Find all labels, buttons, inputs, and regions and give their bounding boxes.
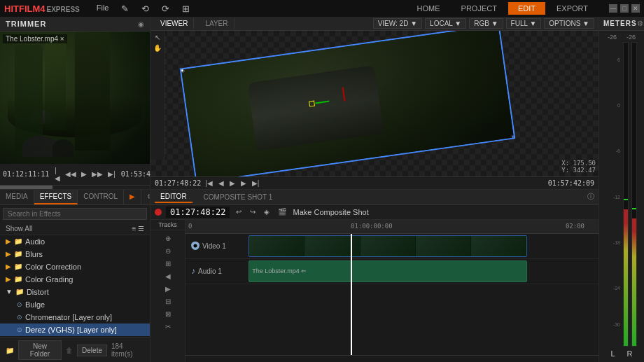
composite-label[interactable]: Make Composite Shot: [293, 208, 368, 216]
meter-l-label: L: [610, 349, 615, 358]
folder-icon: ▶: [6, 237, 11, 245]
editor-toolbar: 01:27:48:22 ↩ ↪ ◈ 🎬 Make Composite Shot: [150, 205, 598, 220]
effect-derez-label: Derez (VGHS) [Layer only]: [25, 326, 117, 334]
tab-media[interactable]: MEDIA: [0, 190, 34, 204]
x-coord: X: 175.50: [561, 160, 596, 167]
menu-redo[interactable]: ⟳: [156, 2, 175, 15]
toolbar-add-marker[interactable]: ◈: [262, 207, 272, 216]
meters-body: -26 -26 6 0 -6 -12 -18 -24 -30: [599, 31, 644, 362]
trimmer-header: TRIMMER ◉: [0, 17, 150, 32]
meter-r-label: R: [627, 349, 633, 358]
zoom-in-btn[interactable]: ⊕: [164, 233, 172, 244]
viewer-step-back[interactable]: ◀: [217, 179, 225, 188]
play-to-start-btn[interactable]: |◀: [53, 166, 62, 183]
hand-tool[interactable]: ✋: [153, 44, 162, 52]
effects-settings-icon[interactable]: ⚙: [141, 190, 150, 204]
viewer-timecode: 01:27:48:22: [155, 179, 201, 187]
category-blurs[interactable]: ▶ 📁 Blurs: [0, 248, 150, 260]
viewer-play[interactable]: ▶: [228, 179, 237, 188]
trimmer-scrubber[interactable]: [0, 185, 150, 189]
thumb-5: [471, 236, 526, 256]
arrow-right-btn[interactable]: ▶: [164, 284, 172, 294]
nav-home[interactable]: HOME: [407, 2, 450, 15]
arrow-left-btn[interactable]: ◀: [164, 271, 172, 281]
editor-info-icon[interactable]: ⓘ: [587, 192, 594, 202]
new-folder-button[interactable]: New Folder: [18, 340, 62, 360]
nav-project[interactable]: PROJECT: [451, 2, 507, 15]
show-all-row: Show All ≡ ☰: [0, 223, 150, 235]
effect-chromenator[interactable]: ⊙ Chromenator [Layer only]: [0, 311, 150, 323]
bottom-bar-left: 📁 New Folder 🗑 Delete 184 item(s): [0, 337, 150, 362]
tab-layer[interactable]: LAYER: [200, 18, 234, 29]
menu-items: File ✎ ⟲ ⟳ ⊞: [91, 2, 402, 15]
ruler-end: 02:00: [566, 223, 584, 230]
tab-editor[interactable]: EDITOR: [155, 191, 192, 203]
tab-composite-shot[interactable]: COMPOSITE SHOT 1: [198, 192, 279, 202]
nav-edit[interactable]: EDIT: [508, 2, 545, 15]
effect-icon-bulge: ⊙: [17, 301, 22, 308]
play-to-end-btn[interactable]: ▶|: [106, 169, 117, 179]
viewer-play-start[interactable]: |◀: [204, 179, 214, 188]
right-panel: METERS ⚙ -26 -26 6 0 -6 -12 -18 -24 -30: [598, 17, 644, 362]
effect-bulge[interactable]: ⊙ Bulge: [0, 298, 150, 311]
tab-viewer[interactable]: VIEWER: [155, 18, 194, 29]
record-button[interactable]: [155, 209, 162, 216]
meters-settings-icon[interactable]: ⚙: [637, 20, 643, 27]
trimmer-expand-icon[interactable]: ◉: [138, 20, 144, 28]
viewer-play-end[interactable]: ▶|: [251, 179, 261, 188]
magnet-btn[interactable]: ⊠: [164, 309, 172, 319]
nav-export[interactable]: EXPORT: [547, 2, 598, 15]
fit-btn[interactable]: ⊞: [164, 258, 172, 269]
tab-more[interactable]: ▶: [124, 190, 141, 204]
menu-edit-icon[interactable]: ✎: [115, 2, 134, 15]
ruler-start: 0: [188, 223, 192, 230]
rgb-dropdown[interactable]: RGB ▼: [469, 18, 503, 29]
tab-control[interactable]: CONTROL: [78, 190, 124, 204]
step-forward-btn[interactable]: ▶▶: [90, 169, 104, 179]
select-tool[interactable]: ↖: [155, 34, 160, 41]
video-track-label: Video 1: [202, 242, 226, 250]
delete-button[interactable]: Delete: [77, 344, 107, 356]
show-all-label[interactable]: Show All: [6, 225, 32, 232]
close-button[interactable]: ✕: [631, 4, 640, 13]
viewer-section: VIEWER LAYER VIEW: 2D ▼ LOCAL ▼ RGB ▼ FU…: [150, 17, 598, 190]
effect-derez[interactable]: ⊙ Derez (VGHS) [Layer only]: [0, 323, 150, 336]
window-controls: — □ ✕: [609, 4, 640, 13]
options-dropdown[interactable]: OPTIONS ▼: [544, 18, 594, 29]
view-2d-dropdown[interactable]: VIEW: 2D ▼: [373, 18, 422, 29]
video-clip[interactable]: The Lobster.mp4 ⇐: [248, 235, 527, 257]
maximize-button[interactable]: □: [620, 4, 629, 13]
trimmer-scrubber-progress: [0, 186, 52, 189]
audio-clip[interactable]: The Lobster.mp4 ⇐: [248, 260, 527, 282]
meter-left-label: -26: [608, 34, 617, 41]
full-dropdown[interactable]: FULL ▼: [506, 18, 542, 29]
category-color-grading[interactable]: ▶ 📁 Color Grading: [0, 273, 150, 286]
folder-blurs-icon: 📁: [14, 250, 22, 258]
play-btn[interactable]: ▶: [80, 169, 88, 179]
effects-search-input[interactable]: [3, 208, 147, 220]
toolbar-play-in[interactable]: ↪: [248, 207, 258, 216]
menu-grid[interactable]: ⊞: [176, 2, 195, 15]
video-visibility-icon[interactable]: [191, 242, 200, 250]
effects-tab-row: MEDIA EFFECTS CONTROL ▶ ⚙: [0, 190, 150, 205]
zoom-out-btn[interactable]: ⊖: [164, 246, 172, 256]
timeline-scrollbar[interactable]: [186, 355, 598, 362]
menu-file[interactable]: File: [91, 2, 115, 15]
effect-chromenator-label: Chromenator [Layer only]: [25, 313, 112, 321]
category-color-correction[interactable]: ▶ 📁 Color Correction: [0, 260, 150, 273]
minimize-button[interactable]: —: [609, 4, 617, 13]
audio-speaker-icon[interactable]: ♪: [191, 266, 195, 276]
local-dropdown[interactable]: LOCAL ▼: [425, 18, 466, 29]
playhead[interactable]: [351, 234, 352, 356]
viewer-duration: 01:57:42:09: [548, 179, 594, 187]
trimmer-section: TRIMMER ◉ The Lobster.mp4 × 01:12:11:11: [0, 17, 150, 190]
category-distort[interactable]: ▼ 📁 Distort: [0, 286, 150, 298]
toolbar-loop[interactable]: ↩: [234, 207, 244, 216]
snap-btn[interactable]: ⊟: [164, 296, 172, 307]
viewer-step-fwd[interactable]: ▶: [239, 179, 248, 188]
step-back-btn[interactable]: ◀◀: [64, 169, 78, 179]
menu-undo[interactable]: ⟲: [136, 2, 155, 15]
razor-btn[interactable]: ✂: [164, 321, 172, 332]
tab-effects[interactable]: EFFECTS: [34, 190, 78, 204]
category-audio[interactable]: ▶ 📁 Audio: [0, 235, 150, 248]
